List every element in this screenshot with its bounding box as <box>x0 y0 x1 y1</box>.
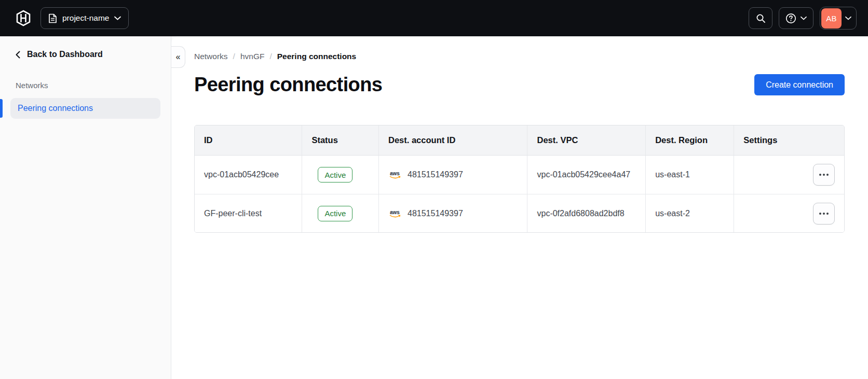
cell-dest-vpc: vpc-0f2afd6808ad2bdf8 <box>527 194 645 232</box>
sidebar-item-label: Peering connections <box>18 104 93 113</box>
avatar: AB <box>821 8 842 29</box>
cell-dest-account-id: aws 481515149397 <box>378 156 527 194</box>
create-connection-button[interactable]: Create connection <box>754 74 845 95</box>
cell-id: vpc-01acb05429cee <box>195 156 302 194</box>
cell-status: Active <box>302 156 378 194</box>
column-header-dest-vpc: Dest. VPC <box>527 125 645 156</box>
breadcrumb-separator: / <box>269 52 272 61</box>
breadcrumb: Networks / hvnGF / Peering connections <box>194 52 845 61</box>
column-header-dest-region: Dest. Region <box>645 125 734 156</box>
breadcrumb-separator: / <box>233 52 235 61</box>
back-to-dashboard-label: Back to Dashboard <box>27 50 103 59</box>
row-settings-menu-button[interactable] <box>813 164 835 186</box>
breadcrumb-link-networks[interactable]: Networks <box>194 52 228 61</box>
cell-settings <box>734 194 844 232</box>
peering-connections-table: ID Status Dest. account ID Dest. VPC Des… <box>194 125 845 233</box>
column-header-dest-account-id: Dest. account ID <box>378 125 527 156</box>
sidebar-section-networks: Networks <box>16 81 155 90</box>
dest-account-id-value: 481515149397 <box>408 170 463 179</box>
page-title: Peering connections <box>194 74 382 96</box>
help-menu-dropdown[interactable] <box>779 7 813 29</box>
cell-dest-account-id: aws 481515149397 <box>378 194 527 232</box>
svg-text:aws: aws <box>390 171 400 176</box>
top-nav-bar: project-name <box>0 0 868 36</box>
breadcrumb-current-page: Peering connections <box>277 52 356 61</box>
project-switcher-label: project-name <box>62 13 109 23</box>
main-content: « Networks / hvnGF / Peering connections… <box>171 36 868 379</box>
project-switcher-dropdown[interactable]: project-name <box>40 7 129 29</box>
status-badge: Active <box>318 167 352 183</box>
user-menu-dropdown[interactable]: AB <box>820 7 857 30</box>
row-settings-menu-button[interactable] <box>813 203 835 224</box>
aws-icon: aws <box>388 209 402 218</box>
aws-icon: aws <box>388 170 402 179</box>
document-icon <box>48 13 57 23</box>
cell-dest-region: us-east-2 <box>645 194 734 232</box>
chevron-down-icon <box>845 16 851 20</box>
hashicorp-logo-button[interactable] <box>16 10 31 26</box>
status-badge: Active <box>318 206 352 221</box>
cell-dest-region: us-east-1 <box>645 156 734 194</box>
ellipsis-icon <box>819 213 821 215</box>
table-row: vpc-01acb05429cee Active aws <box>195 156 844 194</box>
cell-status: Active <box>302 194 378 232</box>
chevron-left-icon <box>16 51 20 59</box>
cell-settings <box>734 156 844 194</box>
column-header-id: ID <box>195 125 302 156</box>
sidebar: Back to Dashboard Networks Peering conne… <box>0 36 171 379</box>
back-to-dashboard-link[interactable]: Back to Dashboard <box>16 50 103 59</box>
sidebar-item-peering-connections[interactable]: Peering connections <box>10 98 160 119</box>
help-icon <box>785 13 796 24</box>
dest-account-id-value: 481515149397 <box>408 209 463 218</box>
sidebar-collapse-button[interactable]: « <box>171 46 185 68</box>
chevron-down-icon <box>801 16 807 20</box>
cell-id: GF-peer-cli-test <box>195 194 302 232</box>
column-header-settings: Settings <box>734 125 844 156</box>
breadcrumb-link-hvngf[interactable]: hvnGF <box>240 52 265 61</box>
table-header-row: ID Status Dest. account ID Dest. VPC Des… <box>195 125 844 156</box>
table-row: GF-peer-cli-test Active aws <box>195 194 844 232</box>
search-button[interactable] <box>749 7 772 29</box>
search-icon <box>756 13 766 23</box>
column-header-status: Status <box>302 125 378 156</box>
svg-text:aws: aws <box>390 209 400 215</box>
hashicorp-logo-icon <box>16 10 31 26</box>
cell-dest-vpc: vpc-01acb05429cee4a47 <box>527 156 645 194</box>
collapse-sidebar-icon: « <box>176 52 181 62</box>
ellipsis-icon <box>819 174 821 176</box>
chevron-down-icon <box>114 16 121 20</box>
